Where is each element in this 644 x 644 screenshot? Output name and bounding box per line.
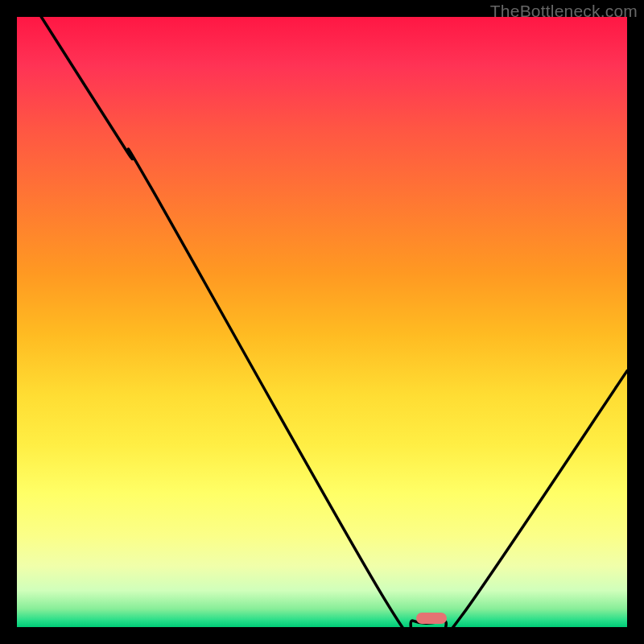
curve-path: [41, 17, 627, 627]
bottleneck-curve: [17, 17, 627, 627]
watermark-text: TheBottleneck.com: [490, 2, 638, 21]
optimal-marker: [416, 613, 447, 624]
